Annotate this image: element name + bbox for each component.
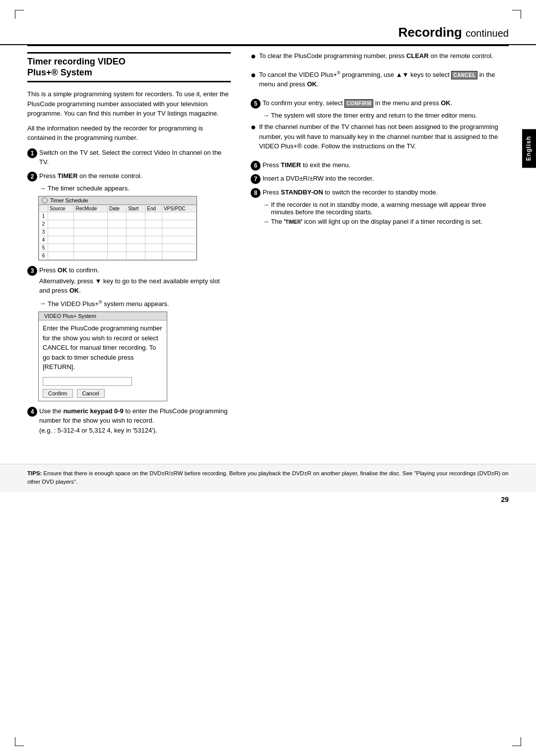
timer-schedule-wrapper: Source RecMode Date Start End VPS/PDC 1 … <box>39 205 197 260</box>
step-3-num: 3 <box>27 266 37 276</box>
step-5: 5 To confirm your entry, select CONFIRM … <box>251 98 509 109</box>
bullet-icon-2: ● <box>251 70 256 81</box>
step-2: 2 Press TIMER on the remote control. <box>27 171 231 182</box>
arrow-icon-2: → <box>39 300 46 307</box>
step-8: 8 Press STANDBY-ON to switch the recorde… <box>251 188 509 198</box>
step-6-num: 6 <box>251 161 261 171</box>
step-2-num: 2 <box>27 172 37 182</box>
timer-table-header-row: Source RecMode Date Start End VPS/PDC <box>39 205 197 212</box>
page-title: Recording continued <box>0 20 536 45</box>
step-8-num: 8 <box>251 188 261 198</box>
vplus-description: Enter the PlusCode programming number fo… <box>43 323 163 372</box>
tips-label: TIPS: <box>27 470 42 476</box>
step-6: 6 Press TIMER to exit the menu. <box>251 160 509 171</box>
step-8-arrow1-text: If the recorder is not in standby mode, … <box>271 201 509 216</box>
arrow-icon-5: → <box>263 218 269 225</box>
vplus-body: Enter the PlusCode programming number fo… <box>39 320 167 401</box>
language-tab: English <box>522 129 536 168</box>
bullet-1-text: To clear the PlusCode programming number… <box>259 51 509 61</box>
bullet-2: ● To cancel the VIDEO Plus+® programming… <box>251 70 509 94</box>
tips-box: TIPS: Ensure that there is enough space … <box>0 464 536 492</box>
bullet-icon-3: ● <box>251 122 256 133</box>
step-7-num: 7 <box>251 174 261 184</box>
vplus-buttons: Confirm Cancel <box>43 389 163 398</box>
col-vpspdc: VPS/PDC <box>162 205 196 212</box>
step-7: 7 Insert a DVD±R/±RW into the recorder. <box>251 174 509 185</box>
step-8-text: Press STANDBY-ON to switch the recorder … <box>263 188 509 197</box>
table-row: 2 <box>39 220 197 228</box>
col-recmode: RecMode <box>74 205 108 212</box>
bullet-3-text: If the channel number of the TV channel … <box>259 122 509 151</box>
timer-table: Source RecMode Date Start End VPS/PDC 1 … <box>39 205 197 260</box>
vplus-confirm-button[interactable]: Confirm <box>43 389 73 398</box>
section-header: Timer recording VIDEO Plus+® System <box>27 52 231 82</box>
step-8-arrow1: → If the recorder is not in standby mode… <box>263 201 509 216</box>
step-7-text: Insert a DVD±R/±RW into the recorder. <box>263 174 509 184</box>
vplus-title: VIDEO Plus+ System <box>39 312 167 320</box>
bullet-3: ● If the channel number of the TV channe… <box>251 122 509 156</box>
vplus-code-input[interactable] <box>43 377 132 386</box>
step-1-num: 1 <box>27 148 37 158</box>
table-row: 3 <box>39 228 197 236</box>
table-row: 6 <box>39 252 197 260</box>
bullet-icon-1: ● <box>251 51 256 62</box>
col-num <box>39 205 48 212</box>
step-3-text-main: Press OK to confirm. <box>39 265 231 275</box>
step-8-arrow2-text: The 'TIMER' icon will light up on the di… <box>271 218 482 225</box>
timer-schedule-title: Timer Schedule <box>39 196 197 205</box>
corner-mark-bl <box>15 737 24 746</box>
timer-circle-icon <box>42 197 48 203</box>
arrow-icon-4: → <box>263 201 269 208</box>
vplus-input-row <box>43 377 163 386</box>
step-1: 1 Switch on the TV set. Select the corre… <box>27 148 231 168</box>
tips-text: Ensure that there is enough space on the… <box>27 470 508 485</box>
timer-schedule-label: Timer Schedule <box>50 197 88 203</box>
corner-mark-tr <box>512 10 521 19</box>
step-3-arrow: → The VIDEO Plus+® system menu appears. <box>39 300 231 308</box>
corner-mark-tl <box>15 10 24 19</box>
step-4-text: Use the numeric keypad 0-9 to enter the … <box>39 406 231 436</box>
col-source: Source <box>48 205 74 212</box>
step-5-arrow: → The system will store the timer entry … <box>263 112 509 119</box>
step-6-text: Press TIMER to exit the menu. <box>263 160 509 170</box>
step-2-arrow-text: The timer schedule appears. <box>48 185 130 192</box>
col-end: End <box>145 205 162 212</box>
corner-mark-br <box>512 737 521 746</box>
vplus-cancel-button[interactable]: Cancel <box>77 389 105 398</box>
step-5-arrow-text: The system will store the timer entry an… <box>271 112 477 119</box>
step-8-arrow2: → The 'TIMER' icon will light up on the … <box>263 218 509 225</box>
step-5-text: To confirm your entry, select CONFIRM in… <box>263 98 509 108</box>
table-row: 5 <box>39 244 197 252</box>
step-1-text: Switch on the TV set. Select the correct… <box>39 148 231 167</box>
step-5-num: 5 <box>251 99 261 109</box>
vplus-system-box: VIDEO Plus+ System Enter the PlusCode pr… <box>38 312 167 401</box>
table-row: 1 <box>39 212 197 220</box>
timer-schedule-box: Timer Schedule Source RecMode Date Start… <box>38 196 197 260</box>
step-4-num: 4 <box>27 407 37 417</box>
table-row: 4 <box>39 236 197 244</box>
left-column: Timer recording VIDEO Plus+® System This… <box>27 51 246 439</box>
intro-p2: All the information needed by the record… <box>27 124 231 143</box>
arrow-icon: → <box>39 185 46 192</box>
right-column: ● To clear the PlusCode programming numb… <box>246 51 509 439</box>
intro-p1: This is a simple programming system for … <box>27 89 231 119</box>
section-title: Timer recording VIDEO Plus+® System <box>27 57 231 78</box>
col-start: Start <box>127 205 145 212</box>
page-number: 29 <box>0 492 536 513</box>
col-date: Date <box>108 205 127 212</box>
step-4: 4 Use the numeric keypad 0-9 to enter th… <box>27 406 231 437</box>
arrow-icon-3: → <box>263 112 269 119</box>
bullet-2-text: To cancel the VIDEO Plus+® programming, … <box>259 70 509 89</box>
vplus-title-label: VIDEO Plus+ System <box>44 313 96 319</box>
step-3-text-alt: Alternatively, press ▼ key to go to the … <box>39 276 231 296</box>
step-2-text: Press TIMER on the remote control. <box>39 171 231 181</box>
bullet-1: ● To clear the PlusCode programming numb… <box>251 51 509 66</box>
step-3: 3 Press OK to confirm. Alternatively, pr… <box>27 265 231 297</box>
step-3-arrow-text: The VIDEO Plus+® system menu appears. <box>48 300 169 308</box>
step-2-arrow: → The timer schedule appears. <box>39 185 231 192</box>
